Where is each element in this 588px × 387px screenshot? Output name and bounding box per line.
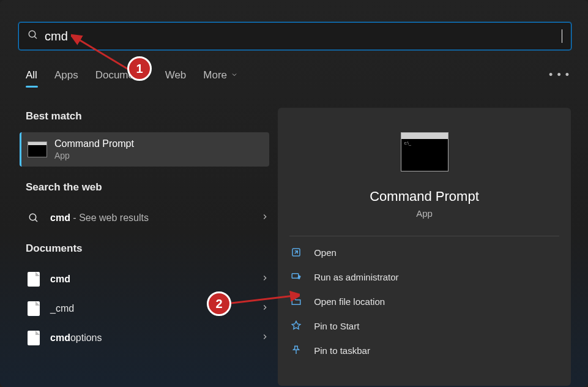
open-icon xyxy=(289,246,303,259)
best-match-subtitle: App xyxy=(54,151,134,160)
action-label: Open xyxy=(314,247,337,258)
action-label: Pin to taskbar xyxy=(314,345,370,356)
search-input[interactable] xyxy=(45,29,564,43)
document-name: _cmd xyxy=(50,303,261,314)
file-icon xyxy=(26,272,42,287)
best-match-title: Command Prompt xyxy=(54,138,134,149)
document-result[interactable]: cmdoptions xyxy=(26,323,269,353)
chevron-right-icon xyxy=(261,274,269,285)
chevron-right-icon xyxy=(261,212,269,224)
search-icon xyxy=(26,212,42,224)
action-label: Open file location xyxy=(314,296,385,307)
action-run-as-admin[interactable]: Run as administrator xyxy=(289,265,559,289)
svg-line-3 xyxy=(35,219,37,222)
tab-documents[interactable]: Documents xyxy=(95,69,148,81)
app-icon-large xyxy=(401,132,448,171)
section-web: Search the web xyxy=(26,181,269,194)
search-box[interactable] xyxy=(18,22,571,50)
action-open[interactable]: Open xyxy=(289,240,559,265)
document-result[interactable]: cmd xyxy=(26,265,269,294)
file-icon xyxy=(26,301,42,316)
best-match-result[interactable]: Command Prompt App xyxy=(20,132,269,167)
divider xyxy=(289,236,559,236)
document-name: cmd xyxy=(50,274,261,285)
tab-web[interactable]: Web xyxy=(165,69,187,81)
action-label: Pin to Start xyxy=(314,321,359,331)
web-result[interactable]: cmd - See web results xyxy=(26,203,269,233)
section-documents: Documents xyxy=(26,242,269,255)
tab-apps[interactable]: Apps xyxy=(54,69,78,81)
filter-tabs: All Apps Documents Web More • • • xyxy=(26,69,570,81)
svg-line-1 xyxy=(34,36,37,39)
action-pin-to-start[interactable]: Pin to Start xyxy=(289,314,559,338)
svg-point-2 xyxy=(29,214,36,220)
tab-more[interactable]: More xyxy=(203,69,238,81)
results-column: Best match Command Prompt App Search the… xyxy=(26,110,269,353)
action-pin-to-taskbar[interactable]: Pin to taskbar xyxy=(289,338,559,363)
action-label: Run as administrator xyxy=(314,272,398,282)
pin-icon xyxy=(289,319,303,333)
action-list: Open Run as administrator Open file loca… xyxy=(289,240,559,363)
svg-rect-5 xyxy=(292,274,299,279)
shield-admin-icon xyxy=(289,270,303,284)
search-icon xyxy=(28,29,39,43)
folder-icon xyxy=(289,295,303,308)
cmd-icon xyxy=(28,141,47,157)
tab-more-label: More xyxy=(203,69,227,81)
svg-point-0 xyxy=(29,31,35,37)
detail-title: Command Prompt xyxy=(370,189,479,205)
document-name: cmdoptions xyxy=(50,333,261,344)
text-caret xyxy=(562,29,562,43)
section-best-match: Best match xyxy=(26,110,269,122)
detail-panel: Command Prompt App Open Run as administr… xyxy=(278,108,571,386)
start-search-flyout: All Apps Documents Web More • • • Best m… xyxy=(0,0,588,387)
action-open-file-location[interactable]: Open file location xyxy=(289,289,559,314)
tab-all[interactable]: All xyxy=(26,69,37,81)
overflow-menu-button[interactable]: • • • xyxy=(549,69,570,81)
chevron-down-icon xyxy=(231,69,238,81)
web-result-text: cmd - See web results xyxy=(50,212,261,224)
chevron-right-icon xyxy=(261,333,269,344)
document-result[interactable]: _cmd xyxy=(26,294,269,323)
chevron-right-icon xyxy=(261,303,269,314)
detail-subtitle: App xyxy=(416,208,433,219)
pin-taskbar-icon xyxy=(289,344,303,357)
file-icon xyxy=(26,331,42,345)
